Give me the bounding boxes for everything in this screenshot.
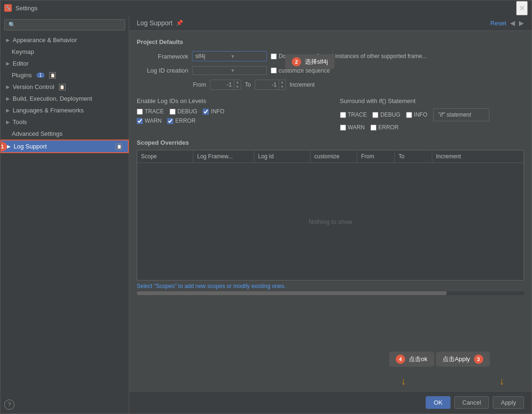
if-statement-box: "if" statement	[433, 108, 489, 121]
surround-trace-label[interactable]: TRACE	[340, 111, 367, 118]
page-title: Log Support	[137, 19, 172, 27]
warn-label: WARN	[145, 118, 162, 124]
debug-checkbox[interactable]	[170, 109, 176, 115]
customize-sequence-checkbox-label[interactable]: customize sequence	[271, 67, 330, 74]
sidebar-item-editor[interactable]: ▶ Editor	[0, 58, 129, 69]
col-customize: customize	[310, 150, 357, 163]
log-id-select[interactable]: ▼	[192, 66, 267, 75]
surround-if-section: Surround with if() Statement TRACE DEBUG	[340, 97, 525, 133]
surround-warn-label[interactable]: WARN	[340, 124, 365, 131]
nav-forward-button[interactable]: ▶	[519, 19, 524, 27]
main-header: Log Support 📌 Reset ◀ ▶	[129, 15, 532, 31]
surround-debug-label[interactable]: DEBUG	[372, 111, 400, 118]
framework-select[interactable]: slf4j ▼	[192, 51, 267, 61]
warn-checkbox-label[interactable]: WARN	[137, 118, 162, 124]
cancel-button[interactable]: Cancel	[454, 396, 489, 409]
project-defaults-section: Project Defaults Framework slf4j ▼ Do no…	[137, 38, 524, 90]
sidebar-item-label: Build, Execution, Deployment	[13, 95, 92, 102]
scrollbar-thumb[interactable]	[137, 291, 447, 295]
help-button[interactable]: ?	[4, 399, 15, 410]
info-checkbox-label[interactable]: INFO	[203, 108, 224, 115]
expand-arrow-icon: ▶	[6, 37, 10, 43]
scoped-overrides-section: Scoped Overrides Scope Log Framew... Log…	[137, 139, 524, 295]
sidebar-item-advanced[interactable]: Advanced Settings	[0, 128, 129, 140]
col-from: From	[357, 150, 395, 163]
surround-warn-checkbox[interactable]	[340, 125, 346, 131]
surround-error-label[interactable]: ERROR	[370, 124, 399, 131]
sidebar-item-appearance[interactable]: ▶ Appearance & Behavior	[0, 34, 129, 46]
expand-arrow-icon: ▶	[6, 119, 10, 125]
plugins-badge-icon: 📋	[49, 72, 56, 79]
enable-log-ids-section: Enable Log IDs on Levels TRACE DEBUG	[137, 97, 321, 133]
sidebar-item-log-support[interactable]: ▶ Log Support 📋 1	[0, 140, 129, 153]
sidebar-item-version-control[interactable]: ▶ Version Control 📋	[0, 81, 129, 93]
sidebar-item-keymap[interactable]: Keymap	[0, 46, 129, 58]
no-configured-label: Do not use configured instances of other…	[279, 53, 427, 59]
sidebar-item-label: Keymap	[12, 48, 34, 55]
from-input[interactable]	[210, 81, 234, 89]
warn-checkbox[interactable]	[137, 118, 143, 124]
project-defaults-title: Project Defaults	[137, 38, 524, 45]
surround-debug-checkbox[interactable]	[372, 112, 378, 118]
search-input[interactable]	[17, 22, 121, 28]
sidebar-item-label: Editor	[13, 60, 29, 67]
col-scope: Scope	[137, 150, 193, 163]
to-label: To	[245, 81, 251, 88]
nav-back-button[interactable]: ◀	[510, 19, 515, 27]
sidebar-item-languages[interactable]: ▶ Languages & Frameworks	[0, 104, 129, 116]
info-label: INFO	[211, 108, 224, 115]
no-configured-checkbox-label[interactable]: Do not use configured instances of other…	[271, 53, 427, 59]
sidebar-item-build[interactable]: ▶ Build, Execution, Deployment	[0, 93, 129, 104]
main-header-right: Reset ◀ ▶	[490, 19, 524, 27]
spinbox-up-arrow[interactable]: ▲	[279, 80, 286, 85]
reset-button[interactable]: Reset	[490, 20, 506, 27]
trace-checkbox[interactable]	[137, 109, 143, 115]
apply-button[interactable]: Apply	[493, 396, 524, 409]
sidebar-item-label: Version Control	[13, 83, 54, 90]
customize-sequence-checkbox[interactable]	[271, 67, 277, 74]
spinbox-up-arrow[interactable]: ▲	[234, 80, 241, 85]
surround-info-checkbox[interactable]	[406, 112, 412, 118]
sidebar-item-tools[interactable]: ▶ Tools	[0, 116, 129, 128]
expand-arrow-icon: ▶	[6, 108, 10, 113]
scoped-overrides-title: Scoped Overrides	[137, 139, 524, 146]
debug-checkbox-label[interactable]: DEBUG	[170, 108, 198, 115]
to-spinbox[interactable]: ▲ ▼	[255, 80, 286, 90]
col-increment: Increment	[432, 150, 479, 163]
trace-checkbox-label[interactable]: TRACE	[137, 108, 164, 115]
main-body: Project Defaults Framework slf4j ▼ Do no…	[129, 31, 532, 391]
ok-button[interactable]: OK	[426, 396, 451, 409]
main-header-left: Log Support 📌	[137, 19, 183, 27]
log-id-row: Log ID creation ▼ customize sequence	[137, 66, 524, 75]
spinbox-arrows: ▲ ▼	[234, 80, 241, 89]
scrollbar[interactable]	[137, 291, 524, 295]
from-spinbox[interactable]: ▲ ▼	[210, 80, 241, 90]
close-button[interactable]: ✕	[516, 1, 528, 15]
debug-label: DEBUG	[177, 108, 198, 115]
trace-label: TRACE	[145, 108, 164, 115]
sidebar-bottom: ?	[0, 396, 129, 414]
scopes-link[interactable]: Select "Scopes" to add new scopes or mod…	[137, 283, 286, 289]
spinbox-down-arrow[interactable]: ▼	[234, 85, 241, 89]
customize-sequence-label: customize sequence	[279, 67, 330, 74]
from-to-row: From ▲ ▼ To ▲	[193, 80, 524, 90]
sidebar-item-plugins[interactable]: Plugins 1 📋	[0, 69, 129, 81]
error-checkbox[interactable]	[167, 118, 173, 124]
two-col-section: Enable Log IDs on Levels TRACE DEBUG	[137, 97, 524, 133]
surround-error-checkbox[interactable]	[370, 125, 377, 131]
from-label: From	[193, 81, 206, 88]
pin-icon: 📌	[176, 20, 183, 26]
info-checkbox[interactable]	[203, 109, 209, 115]
framework-value: slf4j	[195, 53, 229, 59]
surround-levels-row1: TRACE DEBUG INFO "if" statement	[340, 108, 525, 121]
no-configured-checkbox[interactable]	[271, 53, 277, 59]
app-icon: 🔧	[4, 4, 12, 12]
spinbox-down-arrow[interactable]: ▼	[279, 85, 286, 89]
sidebar-item-label: Appearance & Behavior	[13, 37, 77, 44]
to-input[interactable]	[255, 81, 279, 89]
search-box[interactable]: 🔍	[4, 19, 125, 30]
nothing-to-show: Nothing to show	[309, 218, 352, 225]
error-checkbox-label[interactable]: ERROR	[167, 118, 195, 124]
surround-info-label[interactable]: INFO	[406, 111, 428, 118]
surround-trace-checkbox[interactable]	[340, 112, 346, 118]
